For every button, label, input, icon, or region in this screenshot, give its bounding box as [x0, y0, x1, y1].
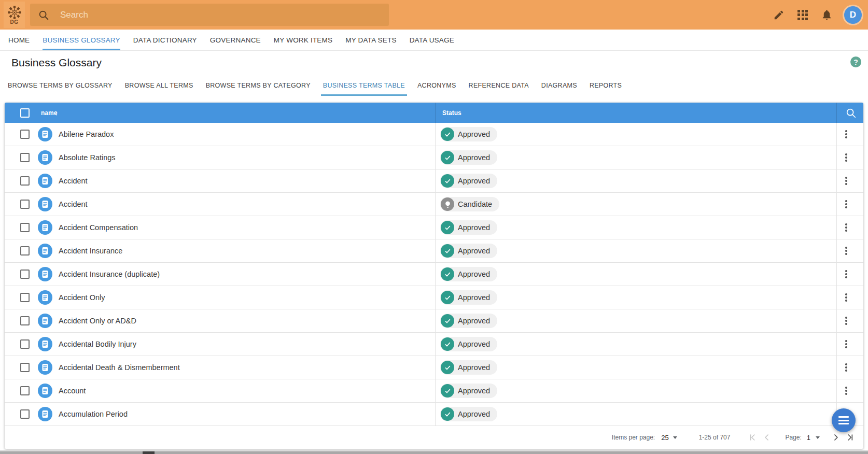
nav-tab-data-usage[interactable]: DATA USAGE	[410, 30, 454, 50]
select-all-checkbox[interactable]	[20, 108, 30, 118]
column-divider	[435, 123, 436, 426]
row-actions-menu[interactable]	[841, 216, 852, 239]
status-icon	[441, 361, 454, 374]
table-search-icon[interactable]	[845, 107, 857, 119]
user-avatar[interactable]: D	[844, 6, 862, 24]
row-actions-menu[interactable]	[841, 239, 852, 262]
menu-fab-button[interactable]	[832, 408, 856, 432]
row-checkbox[interactable]	[20, 293, 30, 302]
table-row[interactable]: Accident Candidate	[5, 193, 863, 216]
row-checkbox[interactable]	[20, 339, 30, 349]
row-actions-menu[interactable]	[841, 333, 852, 356]
sub-tab-diagrams[interactable]: DIAGRAMS	[541, 75, 577, 96]
table-row[interactable]: Accidental Bodily Injury Approved	[5, 333, 863, 356]
table-row[interactable]: Absolute Ratings Approved	[5, 146, 863, 169]
business-term-icon	[38, 407, 52, 421]
last-page-button[interactable]	[845, 432, 856, 443]
term-name[interactable]: Abilene Paradox	[59, 123, 114, 146]
row-checkbox[interactable]	[20, 200, 30, 209]
sub-tab-label: BROWSE TERMS BY CATEGORY	[206, 82, 311, 89]
table-row[interactable]: Accident Approved	[5, 169, 863, 193]
row-checkbox[interactable]	[20, 176, 30, 186]
search-input[interactable]	[60, 10, 389, 20]
row-checkbox[interactable]	[20, 130, 30, 139]
sub-tab-browse-terms-by-glossary[interactable]: BROWSE TERMS BY GLOSSARY	[8, 75, 113, 96]
row-actions-menu[interactable]	[841, 146, 852, 169]
table-row[interactable]: Accumulation Period Approved	[5, 403, 863, 426]
row-actions-menu[interactable]	[841, 309, 852, 332]
sub-tab-acronyms[interactable]: ACRONYMS	[417, 75, 456, 96]
row-checkbox[interactable]	[20, 153, 30, 162]
table-row[interactable]: Accidental Death & Dismemberment Approve…	[5, 356, 863, 379]
term-name[interactable]: Accidental Death & Dismemberment	[59, 356, 180, 379]
term-name[interactable]: Accidental Bodily Injury	[59, 333, 136, 356]
row-checkbox[interactable]	[20, 223, 30, 232]
nav-tab-label: DATA DICTIONARY	[133, 36, 197, 44]
business-term-icon	[38, 197, 52, 211]
check-icon	[443, 317, 452, 325]
help-icon[interactable]: ?	[850, 56, 861, 67]
row-checkbox[interactable]	[20, 409, 30, 419]
table-row[interactable]: Accident Insurance Approved	[5, 239, 863, 263]
nav-tab-governance[interactable]: GOVERNANCE	[210, 30, 261, 50]
term-name[interactable]: Absolute Ratings	[59, 146, 116, 169]
status-icon	[441, 151, 454, 164]
check-icon	[443, 363, 452, 372]
term-name[interactable]: Accident Insurance	[59, 239, 122, 262]
nav-tab-business-glossary[interactable]: BUSINESS GLOSSARY	[43, 30, 120, 50]
term-name[interactable]: Accident Only	[59, 286, 105, 309]
apps-grid-icon[interactable]	[796, 9, 809, 21]
term-name[interactable]: Accident Insurance (duplicate)	[59, 263, 160, 286]
sub-tab-browse-all-terms[interactable]: BROWSE ALL TERMS	[125, 75, 193, 96]
row-checkbox[interactable]	[20, 316, 30, 325]
edit-pencil-icon[interactable]	[773, 9, 785, 21]
sub-tab-label: BUSINESS TERMS TABLE	[323, 82, 405, 89]
table-row[interactable]: Accident Compensation Approved	[5, 216, 863, 239]
row-checkbox[interactable]	[20, 269, 30, 279]
row-checkbox[interactable]	[20, 386, 30, 395]
notifications-bell-icon[interactable]	[820, 9, 833, 21]
sub-tab-business-terms-table[interactable]: BUSINESS TERMS TABLE	[323, 75, 405, 96]
business-term-icon	[38, 150, 52, 165]
next-page-button[interactable]	[830, 432, 842, 443]
row-actions-menu[interactable]	[841, 379, 852, 402]
row-actions-menu[interactable]	[841, 123, 852, 146]
table-row[interactable]: Accident Insurance (duplicate) Approved	[5, 263, 863, 286]
table-row[interactable]: Accident Only Approved	[5, 286, 863, 309]
row-checkbox[interactable]	[20, 246, 30, 256]
term-name[interactable]: Accident Only or AD&D	[59, 309, 136, 332]
term-name[interactable]: Accumulation Period	[59, 403, 128, 425]
nav-tab-home[interactable]: HOME	[8, 30, 30, 50]
items-per-page-select[interactable]: 25	[661, 434, 677, 442]
row-actions-menu[interactable]	[841, 356, 852, 379]
term-name[interactable]: Account	[59, 379, 86, 402]
sub-tab-label: ACRONYMS	[417, 82, 456, 89]
table-row[interactable]: Account Approved	[5, 379, 863, 403]
row-actions-menu[interactable]	[841, 169, 852, 192]
sub-tab-browse-terms-by-category[interactable]: BROWSE TERMS BY CATEGORY	[206, 75, 311, 96]
nav-tab-my-data-sets[interactable]: MY DATA SETS	[345, 30, 396, 50]
term-name[interactable]: Accident	[59, 193, 88, 216]
row-actions-menu[interactable]	[841, 286, 852, 309]
nav-tab-my-work-items[interactable]: MY WORK ITEMS	[274, 30, 332, 50]
column-header-status[interactable]: Status	[442, 109, 461, 117]
previous-page-button[interactable]	[761, 432, 773, 443]
table-row[interactable]: Accident Only or AD&D Approved	[5, 309, 863, 333]
table-row[interactable]: Abilene Paradox Approved	[5, 123, 863, 146]
primary-nav: HOME BUSINESS GLOSSARY DATA DICTIONARY G…	[0, 30, 868, 51]
sub-tab-reference-data[interactable]: REFERENCE DATA	[469, 75, 529, 96]
row-checkbox[interactable]	[20, 363, 30, 372]
first-page-button[interactable]	[747, 432, 758, 443]
nav-tab-data-dictionary[interactable]: DATA DICTIONARY	[133, 30, 197, 50]
sub-tab-reports[interactable]: REPORTS	[590, 75, 622, 96]
term-name[interactable]: Accident	[59, 169, 88, 192]
term-name[interactable]: Accident Compensation	[59, 216, 138, 239]
sort-ascending-icon: ↑	[54, 109, 58, 117]
global-search-bar[interactable]	[30, 4, 389, 26]
page-header: Business Glossary ?	[0, 51, 868, 75]
page-title: Business Glossary	[11, 56, 102, 69]
row-actions-menu[interactable]	[841, 193, 852, 216]
row-actions-menu[interactable]	[841, 263, 852, 286]
app-logo[interactable]: DG	[4, 2, 25, 28]
page-select[interactable]: 1	[807, 434, 820, 442]
